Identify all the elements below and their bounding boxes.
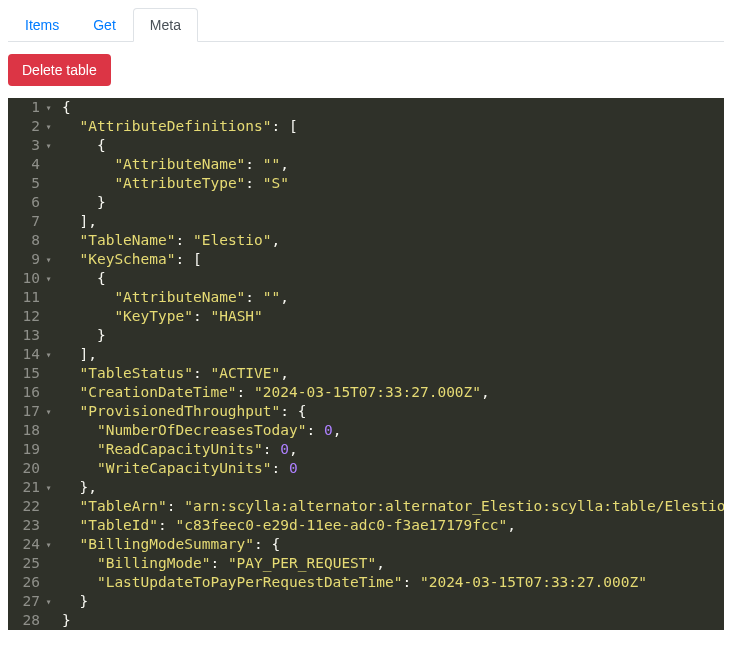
delete-table-button[interactable]: Delete table: [8, 54, 111, 86]
tab-bar: Items Get Meta: [8, 8, 724, 42]
tab-meta[interactable]: Meta: [133, 8, 198, 42]
tab-get[interactable]: Get: [76, 8, 133, 42]
toolbar: Delete table: [8, 42, 724, 98]
line-gutter: 1234567891011121314151617181920212223242…: [8, 98, 58, 630]
json-editor[interactable]: 1234567891011121314151617181920212223242…: [8, 98, 724, 630]
code-content[interactable]: { "AttributeDefinitions": [ { "Attribute…: [58, 98, 724, 630]
tab-items[interactable]: Items: [8, 8, 76, 42]
